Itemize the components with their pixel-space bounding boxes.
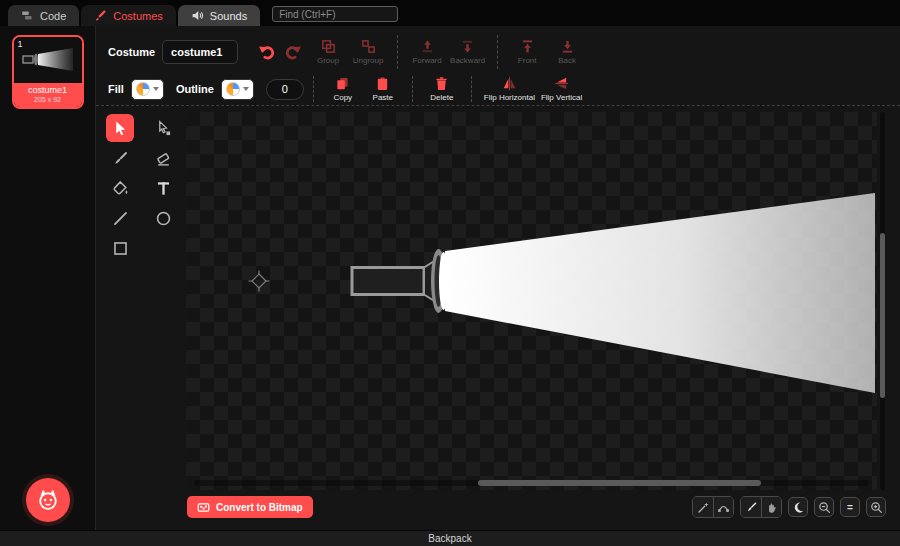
toolbar-separator xyxy=(412,76,413,102)
layer-front-icon xyxy=(520,39,535,54)
copy-button[interactable]: Copy xyxy=(326,76,360,102)
costume-thumbnail-image xyxy=(20,44,76,76)
circle-tool[interactable] xyxy=(149,204,177,232)
brush-icon xyxy=(112,150,129,167)
flashlight-drawing xyxy=(186,112,877,490)
outline-color-swatch xyxy=(226,82,240,96)
rectangle-tool[interactable] xyxy=(106,234,134,262)
pointer-mode-group xyxy=(740,496,782,518)
costume-card-strip: costume1 205 x 92 xyxy=(14,83,82,107)
fill-label: Fill xyxy=(108,83,124,95)
undo-button[interactable] xyxy=(256,41,278,63)
copy-icon xyxy=(335,76,350,91)
path-mode-group xyxy=(692,496,734,518)
redo-button[interactable] xyxy=(282,41,304,63)
text-icon xyxy=(155,180,172,197)
flip-horizontal-label: Flip Horizontal xyxy=(484,93,535,102)
outline-color-button[interactable] xyxy=(221,79,254,100)
paint-bucket-icon xyxy=(112,180,129,197)
delete-button[interactable]: Delete xyxy=(425,76,459,102)
wand-mode-button[interactable] xyxy=(693,497,713,517)
reshape-tool[interactable] xyxy=(149,114,177,142)
text-tool[interactable] xyxy=(149,174,177,202)
paint-canvas[interactable] xyxy=(186,112,877,490)
backpack-bar[interactable]: Backpack xyxy=(0,530,900,546)
zoom-reset-button[interactable]: = xyxy=(840,497,860,517)
forward-button[interactable]: Forward xyxy=(410,39,444,65)
forward-label: Forward xyxy=(412,56,441,65)
fill-tool[interactable] xyxy=(106,174,134,202)
brush-tool[interactable] xyxy=(106,144,134,172)
costume-size: 205 x 92 xyxy=(14,96,82,104)
select-tool[interactable] xyxy=(106,114,134,142)
dark-mode-toggle[interactable] xyxy=(788,497,808,517)
tab-costumes[interactable]: Costumes xyxy=(81,5,176,26)
flip-vertical-button[interactable]: Flip Vertical xyxy=(541,76,582,102)
group-button[interactable]: Group xyxy=(311,39,345,65)
costume-label: Costume xyxy=(108,46,155,58)
zoom-out-button[interactable] xyxy=(814,497,834,517)
delete-label: Delete xyxy=(430,93,453,102)
back-button[interactable]: Back xyxy=(550,39,584,65)
flip-vertical-label: Flip Vertical xyxy=(541,93,582,102)
costume-card[interactable]: 1 costume1 205 x 92 xyxy=(12,35,84,109)
front-button[interactable]: Front xyxy=(510,39,544,65)
zoom-in-icon xyxy=(870,501,883,514)
paint-toolbar: Costume Group Ungroup xyxy=(96,26,900,106)
tab-code[interactable]: Code xyxy=(8,5,79,26)
group-icon xyxy=(321,39,336,54)
vertical-scrollbar[interactable] xyxy=(880,112,885,490)
eraser-tool[interactable] xyxy=(149,144,177,172)
speaker-icon xyxy=(191,9,204,22)
zoom-in-button[interactable] xyxy=(866,497,886,517)
convert-to-bitmap-button[interactable]: Convert to Bitmap xyxy=(187,496,313,518)
layer-forward-icon xyxy=(420,39,435,54)
line-tool[interactable] xyxy=(106,204,134,232)
bezier-mode-button[interactable] xyxy=(713,497,733,517)
brush-mode-button[interactable] xyxy=(741,497,761,517)
group-label: Group xyxy=(317,56,339,65)
code-blocks-icon xyxy=(21,9,34,22)
fill-color-button[interactable] xyxy=(131,79,164,100)
outline-width-input[interactable] xyxy=(266,79,304,100)
select-cursor-icon xyxy=(112,120,129,137)
layer-backward-icon xyxy=(460,39,475,54)
paint-editor-app: Code Costumes Sounds 1 xyxy=(0,0,900,546)
costume-name: costume1 xyxy=(14,85,82,96)
zoom-out-icon xyxy=(818,501,831,514)
canvas-center-icon xyxy=(249,271,270,292)
backpack-label: Backpack xyxy=(428,533,471,544)
ungroup-label: Ungroup xyxy=(353,56,384,65)
paste-label: Paste xyxy=(373,93,393,102)
horizontal-scrollbar[interactable] xyxy=(194,480,869,486)
bitmap-icon xyxy=(197,501,210,514)
copy-label: Copy xyxy=(333,93,352,102)
add-costume-button[interactable] xyxy=(26,478,70,522)
tab-sounds-label: Sounds xyxy=(210,10,247,22)
paste-button[interactable]: Paste xyxy=(366,76,400,102)
canvas-mode-buttons: = xyxy=(692,496,886,518)
tab-sounds[interactable]: Sounds xyxy=(178,5,260,26)
cat-icon xyxy=(35,487,61,513)
toolbar-separator xyxy=(313,76,314,102)
ungroup-icon xyxy=(361,39,376,54)
costume-list-panel: 1 costume1 205 x 92 xyxy=(0,26,96,530)
zoom-reset-label: = xyxy=(847,502,853,513)
toolbar-separator xyxy=(497,35,498,69)
tool-palette xyxy=(106,114,177,262)
undo-icon xyxy=(258,43,276,61)
backward-label: Backward xyxy=(450,56,485,65)
flip-horizontal-button[interactable]: Flip Horizontal xyxy=(484,76,535,102)
hand-mode-button[interactable] xyxy=(761,497,781,517)
costume-name-input[interactable] xyxy=(162,40,238,64)
rectangle-icon xyxy=(112,240,129,257)
back-label: Back xyxy=(558,56,576,65)
find-input[interactable] xyxy=(272,6,398,22)
paste-icon xyxy=(375,76,390,91)
horizontal-scrollbar-thumb[interactable] xyxy=(478,480,762,486)
layer-back-icon xyxy=(560,39,575,54)
tab-costumes-label: Costumes xyxy=(113,10,163,22)
backward-button[interactable]: Backward xyxy=(450,39,485,65)
ungroup-button[interactable]: Ungroup xyxy=(351,39,385,65)
vertical-scrollbar-thumb[interactable] xyxy=(880,233,885,398)
